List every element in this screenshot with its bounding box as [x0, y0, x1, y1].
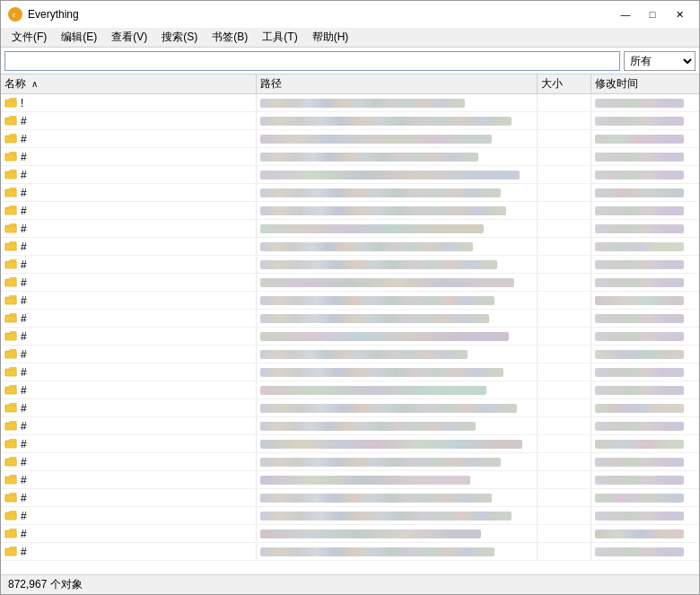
list-header: 名称 ∧ 路径 大小 修改时间: [1, 74, 699, 94]
row-date: [591, 274, 699, 291]
row-path: [257, 453, 538, 470]
list-item[interactable]: #: [1, 489, 699, 507]
list-item[interactable]: #: [1, 220, 699, 238]
list-item[interactable]: #: [1, 346, 699, 363]
svg-rect-16: [5, 351, 16, 357]
folder-icon: [4, 98, 17, 109]
list-item[interactable]: #: [1, 507, 699, 525]
row-date: [591, 417, 699, 434]
svg-rect-2: [5, 100, 16, 106]
menu-edit[interactable]: 编辑(E): [54, 28, 104, 47]
row-path: [257, 417, 538, 434]
row-date: [591, 238, 699, 255]
row-date: [591, 202, 699, 219]
row-size: [538, 112, 591, 129]
menu-view[interactable]: 查看(V): [104, 28, 154, 47]
svg-rect-23: [5, 477, 16, 483]
row-date: [591, 543, 699, 560]
app-icon: e: [8, 7, 22, 22]
list-item[interactable]: #: [1, 202, 699, 220]
close-button[interactable]: ✕: [667, 5, 692, 23]
svg-rect-24: [5, 494, 16, 501]
row-size: [538, 274, 591, 291]
row-path: [257, 543, 538, 560]
svg-rect-19: [5, 405, 16, 411]
menu-search[interactable]: 搜索(S): [154, 28, 205, 47]
filter-select[interactable]: 所有 音频 压缩包 文档 可执行文件 文件夹 图片 视频: [624, 51, 696, 71]
row-date: [591, 399, 699, 416]
row-path: [257, 435, 538, 452]
file-list[interactable]: ! #: [1, 94, 699, 574]
list-item[interactable]: #: [1, 256, 699, 274]
row-path: [257, 202, 538, 219]
svg-rect-13: [5, 297, 16, 303]
list-item[interactable]: !: [1, 94, 699, 112]
row-path: [257, 328, 538, 345]
folder-icon: [4, 529, 17, 539]
list-item[interactable]: #: [1, 399, 699, 417]
list-item[interactable]: #: [1, 435, 699, 453]
list-item[interactable]: #: [1, 166, 699, 184]
row-path: [257, 381, 538, 398]
list-item[interactable]: #: [1, 543, 699, 561]
toolbar: 所有 音频 压缩包 文档 可执行文件 文件夹 图片 视频: [1, 48, 699, 74]
list-item[interactable]: #: [1, 310, 699, 328]
row-path: [257, 274, 538, 291]
col-header-date[interactable]: 修改时间: [591, 74, 699, 93]
menu-tools[interactable]: 工具(T): [255, 28, 304, 47]
svg-rect-27: [5, 548, 16, 555]
row-size: [538, 238, 591, 255]
row-name: #: [1, 471, 257, 488]
menu-file[interactable]: 文件(F): [4, 28, 54, 47]
row-date: [591, 148, 699, 165]
svg-rect-9: [5, 225, 16, 232]
menu-help[interactable]: 帮助(H): [305, 28, 356, 47]
col-header-size[interactable]: 大小: [538, 74, 591, 93]
list-item[interactable]: #: [1, 417, 699, 435]
list-item[interactable]: #: [1, 471, 699, 489]
row-size: [538, 471, 591, 488]
row-name: #: [1, 543, 257, 560]
row-name: #: [1, 489, 257, 506]
row-date: [591, 507, 699, 524]
row-date: [591, 166, 699, 183]
list-item[interactable]: #: [1, 381, 699, 399]
list-item[interactable]: #: [1, 130, 699, 148]
row-size: [538, 202, 591, 219]
minimize-button[interactable]: —: [613, 5, 638, 23]
row-path: [257, 220, 538, 237]
list-item[interactable]: #: [1, 363, 699, 381]
list-item[interactable]: #: [1, 238, 699, 256]
main-window: e Everything — □ ✕ 文件(F) 编辑(E) 查看(V) 搜索(…: [0, 0, 700, 595]
row-path: [257, 112, 538, 129]
folder-icon: [4, 313, 17, 324]
svg-rect-15: [5, 333, 16, 339]
row-date: [591, 489, 699, 506]
row-size: [538, 381, 591, 398]
row-size: [538, 256, 591, 273]
row-path: [257, 471, 538, 488]
list-item[interactable]: #: [1, 148, 699, 166]
folder-icon: [4, 403, 17, 414]
status-bar: 872,967 个对象: [1, 574, 699, 594]
list-item[interactable]: #: [1, 292, 699, 310]
maximize-button[interactable]: □: [640, 5, 665, 23]
col-header-name[interactable]: 名称 ∧: [1, 74, 257, 93]
list-item[interactable]: #: [1, 328, 699, 346]
svg-rect-7: [5, 189, 16, 196]
list-item[interactable]: #: [1, 112, 699, 130]
row-name: #: [1, 148, 257, 165]
folder-icon: [4, 547, 17, 557]
row-size: [538, 507, 591, 524]
menu-bookmarks[interactable]: 书签(B): [205, 28, 255, 47]
folder-icon: [4, 349, 17, 360]
row-date: [591, 471, 699, 488]
search-input[interactable]: [4, 51, 620, 71]
row-name: #: [1, 184, 257, 201]
list-item[interactable]: #: [1, 525, 699, 543]
list-item[interactable]: #: [1, 184, 699, 202]
list-item[interactable]: #: [1, 453, 699, 471]
row-path: [257, 310, 538, 327]
col-header-path[interactable]: 路径: [257, 74, 538, 93]
list-item[interactable]: #: [1, 274, 699, 292]
